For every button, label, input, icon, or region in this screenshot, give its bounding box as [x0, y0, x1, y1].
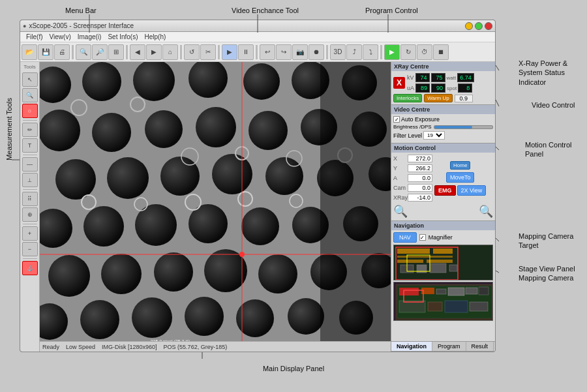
tool-anchor[interactable]: ⚓ — [22, 261, 38, 275]
toolbar-record[interactable]: ⏺ — [309, 44, 324, 60]
x-label: X — [393, 155, 406, 162]
toolbar-program-timer[interactable]: ⏱ — [417, 44, 432, 60]
kv-value[interactable]: 74 — [415, 73, 430, 82]
menu-help[interactable]: Help(h) — [142, 33, 170, 40]
view2x-button[interactable]: 2X View — [457, 185, 487, 196]
xray-control-header: XRay Centre — [391, 62, 495, 71]
auto-exposure-row: ✓ Auto Exposure — [393, 116, 493, 123]
magnifier-right-icon[interactable]: 🔍 — [479, 204, 493, 219]
toolbar-fit[interactable]: ⊞ — [108, 44, 124, 60]
menu-view[interactable]: View(v) — [46, 33, 74, 40]
motion-buttons: Home MoveTo EMG 2X View — [434, 155, 486, 202]
status-bar: Ready Low Speed IMG-Disk [1280x960] POS … — [40, 341, 391, 352]
tool-minus[interactable]: − — [22, 242, 38, 256]
toolbar-home[interactable]: ⌂ — [162, 44, 178, 60]
main-display-label: Main Display Panel — [263, 365, 324, 372]
xray-pos-value[interactable]: -14.0 — [408, 194, 432, 202]
tool-ruler-v[interactable]: ⊥ — [22, 173, 38, 187]
tool-plus[interactable]: + — [22, 226, 38, 241]
toolbar-play[interactable]: ▶ — [222, 44, 237, 60]
maximize-button[interactable] — [475, 22, 483, 30]
toolbar-crop[interactable]: ✂ — [200, 44, 216, 60]
toolbar-open[interactable]: 📂 — [22, 44, 37, 60]
tool-zoom[interactable]: 🔍 — [22, 88, 38, 102]
magnifier-checkbox[interactable]: ✓ — [419, 234, 426, 241]
move-to-button[interactable]: MoveTo — [446, 172, 475, 183]
toolbar-program-play[interactable]: ▶ — [384, 44, 400, 60]
tab-program[interactable]: Program — [432, 342, 466, 351]
toolbar: 📂 💾 🖨 🔍 🔎 ⊞ ◀ ▶ ⌂ ↺ ✂ ▶ ⏸ ↩ ↪ 📷 ⏺ 3D ⤴ ⤵… — [20, 42, 495, 62]
tab-navigation[interactable]: Navigation — [391, 342, 432, 351]
a-value[interactable]: 0.0 — [408, 174, 432, 182]
toolbar-program-stop[interactable]: ⏹ — [433, 44, 449, 60]
y-value[interactable]: 266.2 — [408, 164, 432, 172]
status-pos: POS (55.762, Grey-185) — [164, 344, 228, 350]
watt-value[interactable]: 6.74 — [457, 73, 474, 82]
toolbar-program-refresh[interactable]: ↻ — [400, 44, 416, 60]
svg-rect-78 — [399, 288, 419, 295]
spot-value[interactable]: 8 — [458, 83, 472, 93]
toolbar-undo[interactable]: ↩ — [260, 44, 275, 60]
toolbar-export[interactable]: ⤴ — [346, 44, 362, 60]
menu-image[interactable]: Image(i) — [74, 33, 105, 40]
tools-panel: Tools ↖ 🔍 ○ ✏ T — ⊥ ⠿ ⊕ + − ⚓ — [20, 62, 40, 352]
xray-background: 235.8 pixel (75.3 X) — [40, 62, 391, 352]
toolbar-camera[interactable]: 📷 — [292, 44, 308, 60]
home-button[interactable]: Home — [450, 161, 470, 170]
tool-pencil[interactable]: ✏ — [22, 123, 38, 137]
xray-indicator: X — [393, 77, 405, 89]
tool-arrow[interactable]: ↖ — [22, 72, 38, 87]
tool-text[interactable]: T — [22, 138, 38, 153]
minimize-button[interactable] — [465, 22, 473, 30]
svg-rect-81 — [448, 288, 464, 295]
emg-button[interactable]: EMG — [434, 185, 456, 196]
tab-result[interactable]: Result — [466, 342, 494, 351]
menu-file[interactable]: File(f) — [23, 33, 46, 40]
toolbar-rotate[interactable]: ↺ — [184, 44, 200, 60]
svg-rect-67 — [397, 260, 423, 263]
y-label: Y — [393, 165, 406, 172]
nav-button[interactable]: NAV — [393, 232, 417, 243]
toolbar-import[interactable]: ⤵ — [363, 44, 378, 60]
tool-ruler-h[interactable]: — — [22, 157, 38, 172]
svg-point-29 — [48, 255, 90, 297]
kv-set[interactable]: 75 — [431, 73, 445, 82]
magnifier-left-icon[interactable]: 🔍 — [393, 204, 408, 219]
toolbar-3d[interactable]: 3D — [330, 44, 346, 60]
svg-line-96 — [496, 271, 499, 273]
menu-settings[interactable]: Set Info(s) — [104, 33, 141, 40]
video-control-body: ✓ Auto Exposure Brightness /DPS Filter L… — [391, 114, 495, 143]
toolbar-save[interactable]: 💾 — [38, 44, 53, 60]
interlocks-button[interactable]: Interlocks — [393, 94, 422, 102]
x-value[interactable]: 272.0 — [408, 155, 432, 162]
cam-value[interactable]: 0.0 — [408, 184, 432, 192]
status-ready: Ready — [42, 344, 59, 350]
toolbar-zoom-in[interactable]: 🔍 — [76, 44, 91, 60]
toolbar-redo[interactable]: ↪ — [276, 44, 292, 60]
toolbar-right[interactable]: ▶ — [146, 44, 162, 60]
filter-select[interactable]: 19 15 25 — [423, 131, 445, 140]
svg-rect-80 — [436, 289, 446, 294]
stage-view-camera — [393, 282, 493, 321]
toolbar-pause[interactable]: ⏸ — [238, 44, 254, 60]
menu-bar: File(f) View(v) Image(i) Set Info(s) Hel… — [20, 32, 495, 42]
svg-rect-72 — [449, 265, 457, 271]
ua-value[interactable]: 89 — [415, 83, 430, 93]
close-button[interactable] — [485, 22, 492, 30]
warm-up-button[interactable]: Warm Up — [424, 94, 452, 102]
brightness-slider[interactable] — [434, 125, 493, 129]
toolbar-left[interactable]: ◀ — [130, 44, 145, 60]
tool-grid[interactable]: ⠿ — [22, 192, 38, 206]
tool-measure[interactable]: ⊕ — [22, 207, 38, 222]
filter-label: Filter Level — [393, 132, 422, 139]
ua-set[interactable]: 90 — [431, 83, 445, 93]
xray-image: 235.8 pixel (75.3 X) — [40, 62, 391, 352]
menu-bar-label: Menu Bar — [65, 7, 97, 14]
toolbar-zoom-out[interactable]: 🔎 — [92, 44, 108, 60]
motion-control-section: Motion Control X 272.0 Y 266.2 — [391, 143, 495, 221]
status-speed: Low Speed — [66, 344, 95, 350]
auto-exposure-checkbox[interactable]: ✓ — [393, 116, 400, 123]
toolbar-print[interactable]: 🖨 — [54, 44, 70, 60]
svg-point-17 — [160, 157, 200, 196]
tool-circle[interactable]: ○ — [22, 104, 38, 118]
